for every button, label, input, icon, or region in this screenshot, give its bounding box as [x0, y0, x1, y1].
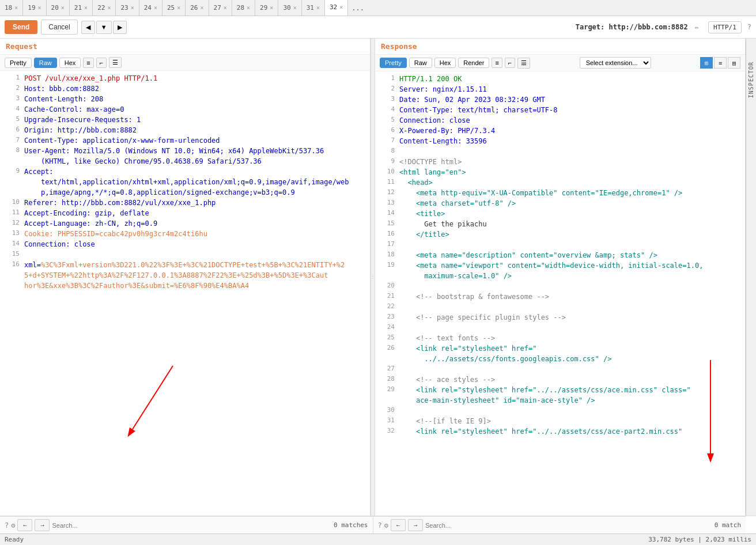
tab-21-close[interactable]: ×	[84, 5, 88, 11]
request-format-icon[interactable]: ≡	[83, 58, 93, 68]
tab-22[interactable]: 22 ×	[93, 0, 116, 16]
code-line: 5 Upgrade-Insecure-Requests: 1	[0, 115, 370, 125]
response-wrap-icon[interactable]: ⌐	[505, 58, 515, 68]
tab-19-close[interactable]: ×	[38, 5, 41, 11]
code-line: 19 <meta name="viewport" content="width=…	[375, 260, 745, 271]
request-pretty-btn[interactable]: Pretty	[5, 58, 32, 68]
response-format-icon[interactable]: ≡	[492, 58, 502, 68]
tab-20[interactable]: 20 ×	[47, 0, 70, 16]
response-hex-btn[interactable]: Hex	[434, 58, 456, 68]
tab-21[interactable]: 21 ×	[70, 0, 93, 16]
right-search-next[interactable]: →	[408, 519, 423, 531]
response-render-btn[interactable]: Render	[458, 58, 489, 68]
code-line: 28 <!-- ace styles -->	[375, 374, 745, 385]
request-raw-btn[interactable]: Raw	[34, 58, 57, 68]
send-button[interactable]: Send	[5, 20, 37, 34]
cancel-button[interactable]: Cancel	[41, 20, 77, 35]
response-code-area[interactable]: 1 HTTP/1.1 200 OK 2 Server: nginx/1.15.1…	[375, 71, 745, 516]
tab-23-close[interactable]: ×	[131, 5, 134, 11]
request-panel-header: Request	[0, 39, 370, 55]
view-list-icon[interactable]: ≡	[714, 57, 727, 69]
tab-25[interactable]: 25 ×	[162, 0, 186, 16]
request-wrap-icon[interactable]: ⌐	[96, 58, 107, 68]
select-extension-dropdown[interactable]: Select extension...	[580, 57, 651, 69]
tab-24-close[interactable]: ×	[154, 5, 157, 11]
code-line: 1 HTTP/1.1 200 OK	[375, 74, 745, 84]
tab-26[interactable]: 26 ×	[186, 0, 209, 16]
code-line: 15 Get the pikachu	[375, 219, 745, 229]
code-line: 4 Content-Type: text/html; charset=UTF-8	[375, 105, 745, 115]
code-line: 30	[375, 406, 745, 416]
tab-20-close[interactable]: ×	[61, 5, 65, 11]
nav-back-button[interactable]: ◀	[81, 21, 95, 34]
code-line: 17	[375, 240, 745, 250]
tab-19[interactable]: 19 ×	[23, 0, 46, 16]
right-matches-count: 0 match	[715, 521, 741, 529]
size-info: 33,782 bytes | 2,023 millis	[648, 536, 751, 543]
tab-25-close[interactable]: ×	[177, 5, 180, 11]
tab-29-close[interactable]: ×	[270, 5, 273, 11]
request-code-area[interactable]: 1 POST /vul/xxe/xxe_1.php HTTP/1.1 2 Hos…	[0, 71, 370, 516]
help-icon[interactable]: ?	[747, 23, 751, 31]
left-search-next[interactable]: →	[35, 519, 50, 531]
right-help-icon[interactable]: ?	[378, 521, 382, 529]
code-line: text/html,application/xhtml+xml,applicat…	[0, 177, 370, 187]
request-menu-icon[interactable]: ☰	[109, 57, 122, 68]
nav-forward-button[interactable]: ▼	[96, 21, 112, 34]
view-compact-icon[interactable]: ▤	[728, 57, 740, 69]
left-help-icon[interactable]: ?	[5, 521, 9, 529]
left-search-prev[interactable]: ←	[17, 519, 32, 531]
tab-31[interactable]: 31 ×	[302, 0, 325, 16]
http-version-badge[interactable]: HTTP/1	[708, 21, 742, 33]
tab-30-close[interactable]: ×	[293, 5, 297, 11]
code-line: (KHTML, like Gecko) Chrome/95.0.4638.69 …	[0, 156, 370, 166]
tab-26-close[interactable]: ×	[201, 5, 204, 11]
tab-22-close[interactable]: ×	[107, 5, 111, 11]
right-settings-icon[interactable]: ⚙	[384, 521, 388, 529]
tab-30[interactable]: 30 ×	[278, 0, 301, 16]
left-search-input[interactable]	[52, 522, 331, 529]
nav-buttons: ◀ ▼ ▶	[81, 21, 127, 34]
request-hex-btn[interactable]: Hex	[59, 58, 81, 68]
tab-29[interactable]: 29 ×	[255, 0, 278, 16]
tab-24[interactable]: 24 ×	[139, 0, 162, 16]
response-pretty-btn[interactable]: Pretty	[380, 58, 407, 68]
code-line: 20	[375, 281, 745, 292]
tab-18-close[interactable]: ×	[14, 5, 18, 11]
tab-27[interactable]: 27 ×	[209, 0, 232, 16]
code-line: maximum-scale=1.0" />	[375, 271, 745, 281]
code-line: 3 Date: Sun, 02 Apr 2023 08:32:49 GMT	[375, 94, 745, 105]
request-panel: Request Pretty Raw Hex ≡ ⌐ ☰ 1 POST /vul…	[0, 39, 371, 516]
tab-31-close[interactable]: ×	[316, 5, 320, 11]
code-line: 25 <!-- text fonts -->	[375, 333, 745, 343]
edit-icon[interactable]: ✏️	[695, 23, 699, 31]
response-raw-btn[interactable]: Raw	[409, 58, 432, 68]
code-line: 31 <!--[if lte IE 9]>	[375, 416, 745, 426]
tab-23[interactable]: 23 ×	[116, 0, 139, 16]
panel-divider[interactable]: ⋮	[371, 39, 375, 516]
code-line: 16 </title>	[375, 229, 745, 240]
view-split-icon[interactable]: ⊞	[700, 57, 713, 69]
right-search-input[interactable]	[425, 522, 712, 529]
left-search-bar: ? ⚙ ← → 0 matches	[0, 516, 373, 533]
code-line: 3 Content-Length: 208	[0, 94, 370, 104]
response-menu-icon[interactable]: ☰	[517, 58, 530, 69]
code-line: 12 Accept-Language: zh-CN, zh;q=0.9	[0, 218, 370, 229]
tab-32-close[interactable]: ×	[339, 4, 343, 10]
left-settings-icon[interactable]: ⚙	[11, 521, 15, 529]
right-search-prev[interactable]: ←	[391, 519, 406, 531]
tab-32[interactable]: 32 ×	[325, 0, 348, 16]
target-info: Target: http://bbb.com:8882	[576, 23, 688, 31]
tab-27-close[interactable]: ×	[224, 5, 227, 11]
tab-more[interactable]: ...	[348, 4, 368, 12]
code-line: 24	[375, 323, 745, 333]
inspector-sidebar[interactable]: INSPECTOR	[746, 39, 756, 516]
nav-next-button[interactable]: ▶	[113, 21, 127, 34]
tab-18[interactable]: 18 ×	[0, 0, 23, 16]
code-line: 23 <!-- page specific plugin styles -->	[375, 312, 745, 323]
tab-bar: 18 × 19 × 20 × 21 × 22 × 23 × 24 × 25 × …	[0, 0, 756, 16]
code-line: 21 <!-- bootstrap & fontawesome -->	[375, 292, 745, 302]
tab-28[interactable]: 28 ×	[232, 0, 255, 16]
code-line: 12 <meta http-equiv="X-UA-Compatible" co…	[375, 188, 745, 198]
tab-28-close[interactable]: ×	[247, 5, 250, 11]
